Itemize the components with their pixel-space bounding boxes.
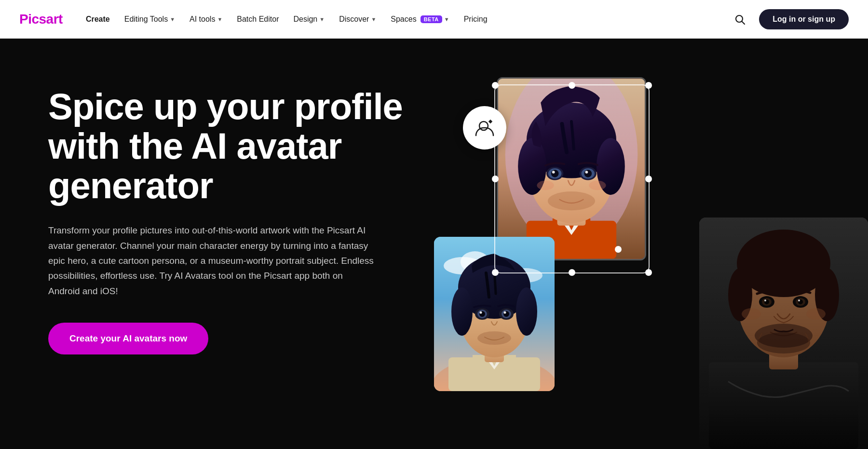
svg-point-15: [518, 138, 546, 195]
handle-bl: [492, 269, 499, 276]
svg-point-37: [460, 275, 529, 357]
svg-point-67: [742, 308, 761, 320]
hero-section: Spice up your profile with the AI avatar…: [0, 39, 868, 449]
svg-marker-11: [559, 216, 583, 235]
handle-tr: [645, 82, 652, 89]
header: Picsart Create Editing Tools ▼ AI tools …: [0, 0, 868, 39]
svg-point-18: [548, 168, 561, 179]
nav-item-create[interactable]: Create: [80, 11, 116, 27]
svg-point-39: [451, 287, 473, 336]
selection-box-main: [494, 84, 650, 273]
svg-point-42: [477, 310, 487, 318]
handle-ml: [492, 176, 499, 182]
header-left: Picsart Create Editing Tools ▼ AI tools …: [19, 11, 493, 27]
hero-image-br: [699, 218, 868, 449]
hero-images: [434, 39, 868, 449]
real-face-svg: [699, 218, 868, 449]
svg-line-6: [489, 121, 491, 122]
svg-point-8: [505, 79, 638, 249]
nav-item-pricing[interactable]: Pricing: [458, 11, 493, 27]
svg-rect-36: [485, 343, 504, 362]
chevron-icon: ▼: [217, 16, 222, 22]
handle-tl: [492, 82, 499, 89]
avatar-icon-circle: [463, 106, 506, 150]
svg-line-5: [489, 121, 491, 122]
svg-point-19: [551, 170, 559, 177]
svg-point-60: [764, 299, 766, 301]
svg-point-20: [552, 171, 555, 174]
hero-description: Transform your profile pictures into out…: [48, 223, 376, 299]
svg-point-62: [796, 298, 805, 306]
svg-rect-28: [434, 237, 555, 391]
nav-item-spaces[interactable]: Spaces BETA ▼: [385, 11, 455, 27]
svg-line-1: [742, 21, 745, 24]
svg-point-32: [434, 357, 555, 391]
hero-content: Spice up your profile with the AI avatar…: [48, 77, 424, 354]
svg-point-46: [502, 310, 511, 318]
svg-point-45: [499, 308, 514, 320]
svg-point-61: [793, 296, 808, 308]
chevron-icon: ▼: [170, 16, 175, 22]
svg-point-38: [458, 256, 530, 319]
svg-rect-9: [527, 221, 616, 259]
svg-point-29: [444, 257, 482, 274]
svg-point-14: [527, 103, 616, 178]
svg-point-65: [755, 324, 813, 348]
nav-item-batch-editor[interactable]: Batch Editor: [231, 11, 285, 27]
svg-point-16: [597, 138, 625, 195]
svg-rect-52: [769, 345, 798, 369]
svg-point-48: [504, 312, 506, 314]
svg-point-31: [509, 268, 542, 283]
svg-point-59: [764, 299, 769, 304]
svg-rect-10: [553, 218, 590, 259]
svg-point-54: [737, 230, 830, 297]
svg-point-68: [806, 308, 826, 320]
hero-image-main: [497, 77, 646, 260]
svg-point-56: [815, 268, 839, 321]
svg-point-55: [728, 268, 752, 321]
logo[interactable]: Picsart: [19, 12, 63, 27]
svg-point-26: [537, 181, 554, 190]
svg-rect-34: [473, 355, 516, 391]
svg-point-25: [548, 191, 595, 210]
nav-item-editing-tools[interactable]: Editing Tools ▼: [119, 11, 181, 27]
main-nav: Create Editing Tools ▼ AI tools ▼ Batch …: [80, 11, 493, 27]
avatar-icon: [473, 116, 496, 139]
svg-point-30: [461, 251, 489, 272]
svg-point-24: [585, 171, 588, 174]
search-icon: [734, 14, 746, 25]
svg-rect-12: [557, 206, 586, 225]
svg-point-21: [580, 167, 597, 180]
logo-text: Picsart: [19, 12, 63, 27]
anime-face-bl-svg: [434, 237, 555, 391]
handle-br: [645, 269, 652, 276]
svg-rect-7: [498, 79, 645, 259]
nav-item-ai-tools[interactable]: AI tools ▼: [184, 11, 228, 27]
svg-point-58: [762, 298, 772, 306]
search-button[interactable]: [730, 10, 749, 29]
svg-point-17: [546, 167, 563, 180]
svg-rect-51: [709, 362, 858, 449]
svg-rect-50: [699, 218, 868, 449]
svg-point-41: [475, 308, 489, 320]
hero-title: Spice up your profile with the AI avatar…: [48, 87, 424, 205]
svg-point-47: [503, 311, 509, 317]
cta-button[interactable]: Create your AI avatars now: [48, 323, 208, 354]
svg-point-66: [757, 332, 810, 354]
handle-tm: [569, 82, 575, 89]
chevron-icon: ▼: [444, 16, 449, 22]
svg-rect-33: [448, 357, 540, 391]
nav-item-design[interactable]: Design ▼: [287, 11, 330, 27]
svg-point-43: [479, 311, 485, 317]
svg-point-63: [798, 299, 803, 304]
svg-point-40: [516, 287, 537, 336]
chevron-icon: ▼: [319, 16, 325, 22]
svg-point-23: [584, 170, 592, 177]
svg-point-44: [480, 312, 482, 314]
connector-dot: [615, 246, 622, 253]
nav-item-discover[interactable]: Discover ▼: [333, 11, 382, 27]
svg-point-27: [589, 181, 606, 190]
login-button[interactable]: Log in or sign up: [759, 9, 849, 29]
handle-bm: [569, 269, 575, 276]
svg-marker-35: [485, 354, 504, 369]
